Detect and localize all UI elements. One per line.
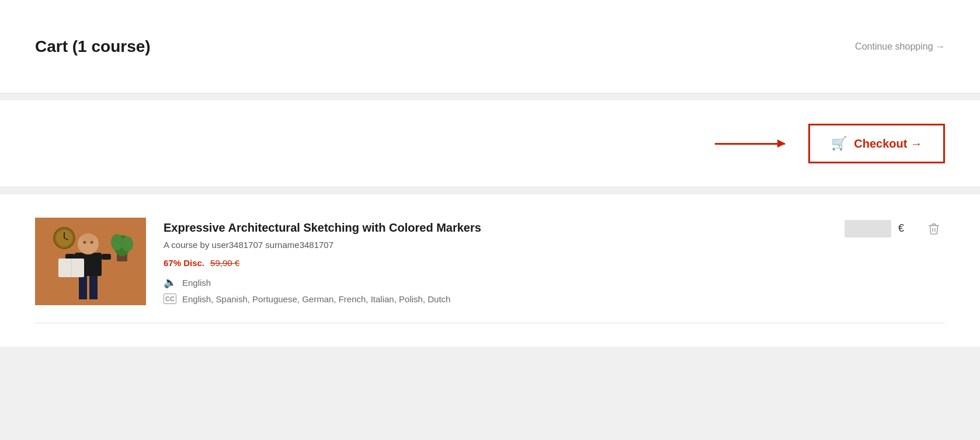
continue-shopping-link[interactable]: Continue shopping → [855,41,945,52]
cart-title: Cart (1 course) [35,37,151,56]
delete-course-button[interactable] [923,220,945,240]
course-info: Expressive Architectural Sketching with … [164,218,827,304]
checkout-button[interactable]: 🛒 Checkout → [808,124,945,163]
original-price: 59,90 € [210,258,239,268]
svg-rect-11 [89,273,98,299]
trash-icon [927,222,940,235]
checkout-section: 🛒 Checkout → [0,100,980,187]
course-thumbnail [35,218,146,305]
checkout-label: Checkout → [854,137,922,151]
course-divider [35,323,945,323]
arrow-indicator [715,143,785,145]
price-value [845,220,891,238]
course-title: Expressive Architectural Sketching with … [164,220,827,235]
svg-point-8 [111,234,123,250]
discount-percent: 67% Disc. [164,258,204,268]
svg-point-20 [81,233,95,243]
cc-icon: CC [164,294,176,304]
course-price-area: € [845,218,945,240]
discount-info: 67% Disc. 59,90 € [164,258,827,268]
course-author: A course by user3481707 surname3481707 [164,240,827,250]
arrow-line [715,143,785,145]
course-section: Expressive Architectural Sketching with … [0,194,980,347]
course-item: Expressive Architectural Sketching with … [35,218,945,305]
cart-icon: 🛒 [831,136,847,151]
audio-language: English [182,278,211,288]
page-wrapper: Cart (1 course) Continue shopping → 🛒 Ch… [0,0,980,347]
svg-point-9 [121,236,133,252]
cart-header: Cart (1 course) Continue shopping → [0,0,980,93]
price-currency: € [898,220,904,235]
speaker-icon: 🔈 [164,276,176,289]
svg-rect-14 [102,254,111,260]
subtitle-languages: English, Spanish, Portuguese, German, Fr… [182,294,450,304]
thumbnail-svg [35,218,146,305]
subtitle-language-row: CC English, Spanish, Portuguese, German,… [164,294,827,304]
audio-language-row: 🔈 English [164,276,827,289]
course-meta: 🔈 English CC English, Spanish, Portugues… [164,276,827,304]
